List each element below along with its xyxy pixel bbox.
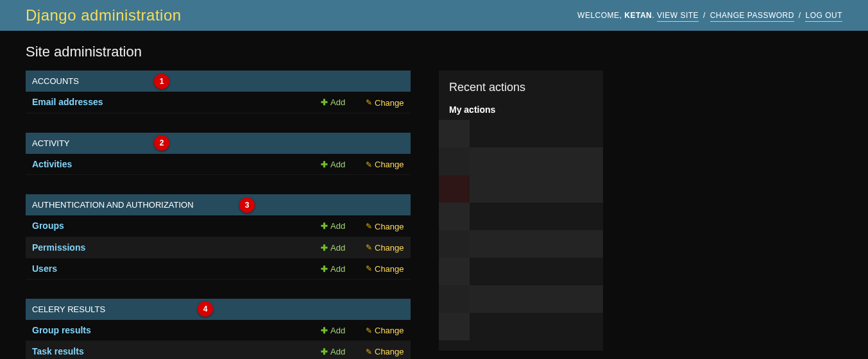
annotation-badge: 1: [154, 74, 169, 89]
app-name-link[interactable]: CELERY RESULTS: [32, 305, 105, 314]
model-link[interactable]: Task results: [32, 346, 84, 356]
plus-icon: ✚: [321, 326, 328, 335]
main-column: ACCOUNTS1Email addresses✚Add✎ChangeACTIV…: [26, 71, 411, 359]
welcome-text: WELCOME,: [577, 11, 622, 20]
add-label: Add: [330, 221, 345, 231]
change-link[interactable]: ✎Change: [366, 222, 404, 231]
add-link[interactable]: ✚Add: [321, 160, 345, 169]
model-row: Groups✚Add✎Change: [26, 215, 411, 237]
page-title: Site administration: [26, 44, 842, 60]
add-label: Add: [330, 347, 345, 356]
plus-icon: ✚: [321, 160, 328, 169]
add-link[interactable]: ✚Add: [321, 97, 345, 107]
recent-action-item[interactable]: [439, 120, 603, 147]
model-table: Groups✚Add✎ChangePermissions✚Add✎ChangeU…: [26, 215, 411, 280]
change-link[interactable]: ✎Change: [366, 347, 404, 356]
sidebar-column: Recent actions My actions: [439, 71, 603, 359]
view-site-link[interactable]: VIEW SITE: [657, 11, 699, 22]
model-link[interactable]: Groups: [32, 221, 64, 231]
change-link[interactable]: ✎Change: [366, 160, 404, 169]
app-header[interactable]: ACCOUNTS1: [26, 71, 411, 92]
app-module: AUTHENTICATION AND AUTHORIZATION3Groups✚…: [26, 194, 411, 280]
add-link[interactable]: ✚Add: [321, 326, 345, 335]
pencil-icon: ✎: [366, 98, 372, 107]
model-link[interactable]: Permissions: [32, 242, 85, 253]
change-label: Change: [375, 160, 404, 169]
separator: /: [799, 11, 801, 20]
annotation-badge: 4: [198, 301, 213, 317]
add-link[interactable]: ✚Add: [321, 221, 345, 231]
recent-actions-list: [439, 120, 603, 340]
app-name-link[interactable]: ACCOUNTS: [32, 76, 79, 86]
app-module: CELERY RESULTS4Group results✚Add✎ChangeT…: [26, 299, 411, 360]
annotation-badge: 3: [239, 197, 255, 213]
add-link[interactable]: ✚Add: [321, 243, 345, 253]
my-actions-heading: My actions: [439, 104, 603, 115]
app-header[interactable]: ACTIVITY2: [26, 133, 411, 154]
model-row: Activities✚Add✎Change: [26, 154, 411, 175]
recent-action-item[interactable]: [439, 313, 603, 340]
app-module: ACCOUNTS1Email addresses✚Add✎Change: [26, 71, 411, 113]
add-link[interactable]: ✚Add: [321, 264, 345, 274]
app-header[interactable]: AUTHENTICATION AND AUTHORIZATION3: [26, 194, 411, 215]
change-label: Change: [375, 347, 404, 356]
recent-action-item[interactable]: [439, 285, 603, 313]
pencil-icon: ✎: [366, 222, 372, 231]
add-link[interactable]: ✚Add: [321, 347, 345, 356]
change-label: Change: [375, 326, 404, 335]
change-label: Change: [375, 264, 404, 274]
pencil-icon: ✎: [366, 326, 372, 335]
change-link[interactable]: ✎Change: [366, 264, 404, 274]
pencil-icon: ✎: [366, 243, 372, 252]
recent-action-item[interactable]: [439, 203, 603, 230]
model-link[interactable]: Activities: [32, 159, 72, 169]
model-table: Activities✚Add✎Change: [26, 154, 411, 176]
model-row: Permissions✚Add✎Change: [26, 237, 411, 258]
username: KETAN: [624, 11, 652, 20]
pencil-icon: ✎: [366, 160, 372, 169]
content-area: Site administration ACCOUNTS1Email addre…: [0, 31, 868, 359]
model-link[interactable]: Email addresses: [32, 97, 103, 107]
recent-actions-module: Recent actions My actions: [439, 71, 603, 351]
model-row: Users✚Add✎Change: [26, 258, 411, 279]
plus-icon: ✚: [321, 243, 328, 253]
user-tools: WELCOME, KETAN. VIEW SITE / CHANGE PASSW…: [577, 11, 842, 20]
app-name-link[interactable]: AUTHENTICATION AND AUTHORIZATION: [32, 200, 194, 210]
logout-link[interactable]: LOG OUT: [805, 11, 842, 22]
change-password-link[interactable]: CHANGE PASSWORD: [710, 11, 794, 22]
change-link[interactable]: ✎Change: [366, 98, 404, 108]
add-label: Add: [330, 264, 345, 274]
model-table: Email addresses✚Add✎Change: [26, 92, 411, 113]
model-row: Task results✚Add✎Change: [26, 341, 411, 360]
pencil-icon: ✎: [366, 264, 372, 273]
separator: /: [703, 11, 706, 20]
recent-actions-title: Recent actions: [439, 81, 603, 94]
add-label: Add: [330, 326, 345, 335]
add-label: Add: [330, 97, 345, 107]
recent-action-item[interactable]: [439, 230, 603, 258]
add-label: Add: [330, 243, 345, 253]
pencil-icon: ✎: [366, 347, 372, 356]
model-row: Email addresses✚Add✎Change: [26, 92, 411, 113]
app-module: ACTIVITY2Activities✚Add✎Change: [26, 133, 411, 176]
change-label: Change: [375, 222, 404, 231]
recent-action-item[interactable]: [439, 147, 603, 175]
site-title[interactable]: Django administration: [26, 6, 182, 24]
recent-action-item[interactable]: [439, 175, 603, 203]
model-table: Group results✚Add✎ChangeTask results✚Add…: [26, 320, 411, 360]
change-label: Change: [375, 98, 404, 108]
change-link[interactable]: ✎Change: [366, 326, 404, 335]
plus-icon: ✚: [321, 264, 328, 274]
plus-icon: ✚: [321, 221, 328, 231]
change-link[interactable]: ✎Change: [366, 243, 404, 253]
recent-action-item[interactable]: [439, 258, 603, 285]
model-link[interactable]: Users: [32, 263, 57, 274]
app-name-link[interactable]: ACTIVITY: [32, 138, 70, 148]
plus-icon: ✚: [321, 97, 328, 107]
plus-icon: ✚: [321, 347, 328, 356]
change-label: Change: [375, 243, 404, 253]
add-label: Add: [330, 160, 345, 169]
app-header[interactable]: CELERY RESULTS4: [26, 299, 411, 320]
model-row: Group results✚Add✎Change: [26, 320, 411, 341]
model-link[interactable]: Group results: [32, 325, 91, 335]
